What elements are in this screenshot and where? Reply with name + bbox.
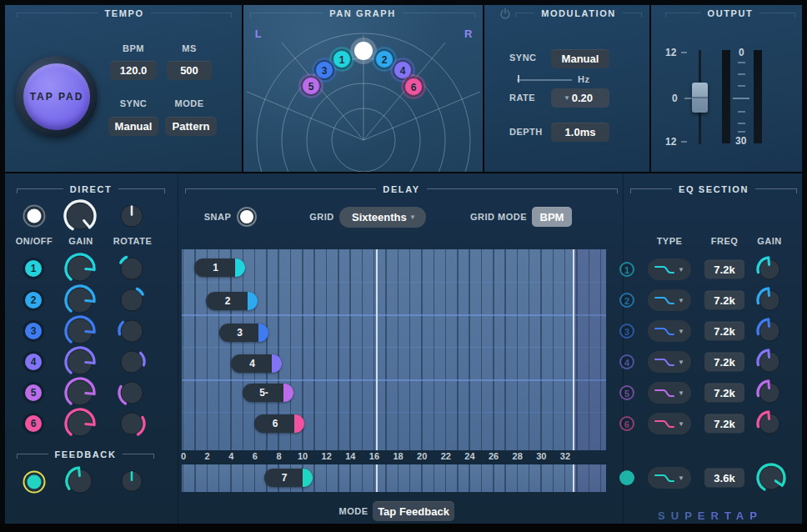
direct-tap-3-gain-knob[interactable] bbox=[63, 314, 98, 349]
delay-tap-3[interactable]: 3 bbox=[219, 324, 268, 342]
tap-tip[interactable] bbox=[235, 258, 245, 277]
eq-band-5-gain-knob[interactable] bbox=[754, 378, 784, 408]
eq-band-3-gain-knob[interactable] bbox=[754, 316, 784, 346]
direct-tap-6-gain-knob[interactable] bbox=[63, 406, 98, 441]
feedback-eq-freq-field[interactable]: 3.6k bbox=[704, 469, 744, 488]
feedback-eq-gain-knob[interactable] bbox=[754, 461, 788, 494]
footer-mode-selector[interactable]: Tap Feedback bbox=[373, 501, 454, 521]
snap-toggle[interactable] bbox=[240, 210, 253, 223]
delay-tap-5-[interactable]: 5- bbox=[243, 384, 293, 402]
eq-band-6-type-dropdown[interactable]: ▼ bbox=[648, 413, 691, 434]
direct-tap-6-rotate-knob[interactable] bbox=[116, 408, 148, 439]
eq-band-2-freq-field[interactable]: 7.2k bbox=[704, 291, 744, 310]
tap-tip[interactable] bbox=[294, 414, 304, 433]
direct-tap-1-rotate-knob[interactable] bbox=[116, 253, 148, 284]
feedback-rotate-knob[interactable] bbox=[117, 466, 147, 496]
delay-tap-4[interactable]: 4 bbox=[231, 354, 282, 373]
pan-center-marker[interactable] bbox=[354, 42, 373, 60]
eq-band-6-indicator[interactable]: 6 bbox=[619, 416, 634, 431]
direct-tap-2-onoff[interactable]: 2 bbox=[25, 292, 42, 309]
direct-tap-5-onoff[interactable]: 5 bbox=[25, 384, 42, 401]
tap-tip[interactable] bbox=[258, 324, 268, 342]
grid-mode-button[interactable]: BPM bbox=[532, 207, 572, 227]
mod-sync-selector[interactable]: Manual bbox=[551, 49, 609, 68]
modulation-header: MODULATION bbox=[515, 8, 642, 18]
direct-tap-5-rotate-knob[interactable] bbox=[116, 377, 148, 409]
grid-dropdown[interactable]: Sixteenths ▼ bbox=[339, 207, 426, 228]
tap-tip[interactable] bbox=[283, 384, 293, 402]
eq-band-3-freq-field[interactable]: 7.2k bbox=[704, 322, 744, 341]
tempo-mode-selector[interactable]: Pattern bbox=[165, 117, 217, 136]
eq-band-4-indicator[interactable]: 4 bbox=[619, 354, 634, 369]
eq-band-5-indicator[interactable]: 5 bbox=[619, 385, 634, 400]
feedback-eq-type-dropdown[interactable]: ▼ bbox=[648, 467, 691, 489]
eq-band-5-type-dropdown[interactable]: ▼ bbox=[648, 382, 691, 404]
eq-band-1-gain-knob[interactable] bbox=[754, 254, 784, 284]
depth-value-field[interactable]: 1.0ms bbox=[551, 123, 609, 142]
direct-tap-4-gain-knob[interactable] bbox=[63, 344, 98, 379]
eq-filter-icon bbox=[654, 355, 675, 369]
eq-band-1-indicator[interactable]: 1 bbox=[619, 262, 634, 277]
eq-band-4-gain-knob[interactable] bbox=[754, 347, 784, 377]
direct-tap-1-onoff[interactable]: 1 bbox=[25, 260, 42, 277]
delay-tap-2[interactable]: 2 bbox=[206, 292, 258, 310]
feedback-eq-indicator[interactable] bbox=[619, 470, 634, 485]
tempo-title: TEMPO bbox=[104, 8, 143, 18]
eq-band-5-freq-field[interactable]: 7.2k bbox=[704, 384, 744, 403]
tap-pad-button[interactable]: TAP PAD bbox=[16, 56, 98, 138]
eq-band-2-type-dropdown[interactable]: ▼ bbox=[648, 289, 691, 311]
direct-tap-6-onoff[interactable]: 6 bbox=[25, 415, 42, 432]
delay-tap-1[interactable]: 1 bbox=[194, 258, 245, 277]
tap-tip[interactable] bbox=[272, 354, 282, 373]
ms-value-field[interactable]: 500 bbox=[167, 61, 212, 80]
mod-rate-slider-handle[interactable] bbox=[518, 75, 519, 83]
eq-band-4-type-dropdown[interactable]: ▼ bbox=[648, 351, 691, 373]
bpm-value-field[interactable]: 120.0 bbox=[110, 61, 157, 80]
lane-out-of-range-region bbox=[574, 464, 606, 492]
direct-tap-2-gain-knob[interactable] bbox=[63, 283, 98, 318]
tap-tip[interactable] bbox=[248, 292, 258, 310]
direct-tap-3-rotate-knob[interactable] bbox=[116, 315, 148, 347]
tap-tip[interactable] bbox=[303, 469, 313, 487]
direct-tap-4-onoff[interactable]: 4 bbox=[25, 354, 42, 370]
delay-tap-6[interactable]: 6 bbox=[254, 414, 304, 433]
bpm-value: 120.0 bbox=[120, 64, 148, 77]
direct-tap-2-rotate-knob[interactable] bbox=[116, 284, 148, 316]
eq-band-2-gain-knob[interactable] bbox=[754, 285, 784, 315]
direct-tap-3-onoff[interactable]: 3 bbox=[25, 323, 42, 339]
eq-type-caret-icon: ▼ bbox=[678, 359, 684, 366]
eq-band-2-indicator[interactable]: 2 bbox=[619, 293, 634, 308]
modulation-power-icon[interactable] bbox=[499, 8, 512, 21]
mod-rate-slider[interactable] bbox=[517, 79, 572, 81]
eq-type-caret-icon: ▼ bbox=[678, 266, 684, 274]
tempo-sync-selector[interactable]: Manual bbox=[108, 117, 158, 136]
supertap-logo: SUPERTAP bbox=[658, 509, 763, 522]
bpm-label: BPM bbox=[123, 43, 144, 53]
direct-master-rotate-knob[interactable] bbox=[116, 200, 148, 232]
eq-band-6-freq-field[interactable]: 7.2k bbox=[704, 414, 744, 434]
delay-tap-grid[interactable]: 1 2 3 4 5- 6 bbox=[182, 249, 606, 450]
eq-band-1-type-dropdown[interactable]: ▼ bbox=[648, 258, 691, 280]
eq-band-6-gain-knob[interactable] bbox=[754, 409, 784, 439]
direct-tap-5-gain-knob[interactable] bbox=[63, 375, 98, 410]
grid-marker-16 bbox=[376, 249, 378, 450]
eq-band-3-indicator[interactable]: 3 bbox=[619, 324, 634, 339]
feedback-tap-lane[interactable]: 7 bbox=[182, 464, 606, 492]
feedback-gain-knob[interactable] bbox=[63, 464, 97, 498]
tempo-header: TEMPO bbox=[17, 8, 232, 18]
delay-tap-7[interactable]: 7 bbox=[264, 469, 313, 487]
feedback-onoff-toggle[interactable] bbox=[28, 475, 42, 489]
grid-marker-32 bbox=[573, 249, 574, 450]
output-fader-handle[interactable] bbox=[692, 83, 708, 113]
direct-tap-4-rotate-knob[interactable] bbox=[116, 346, 148, 378]
tap-label: 3 bbox=[219, 324, 260, 342]
feedback-eq-filter-icon bbox=[654, 471, 675, 484]
direct-master-onoff-toggle[interactable] bbox=[28, 209, 42, 223]
eq-band-3-type-dropdown[interactable]: ▼ bbox=[648, 320, 691, 342]
direct-master-gain-knob[interactable] bbox=[62, 198, 98, 234]
rate-dropdown[interactable]: ▼ 0.20 bbox=[551, 88, 609, 108]
eq-band-1-freq-field[interactable]: 7.2k bbox=[704, 260, 744, 279]
eq-band-4-freq-field[interactable]: 7.2k bbox=[704, 353, 744, 372]
feedback-header: FEEDBACK bbox=[17, 449, 154, 459]
direct-tap-1-gain-knob[interactable] bbox=[63, 251, 98, 286]
